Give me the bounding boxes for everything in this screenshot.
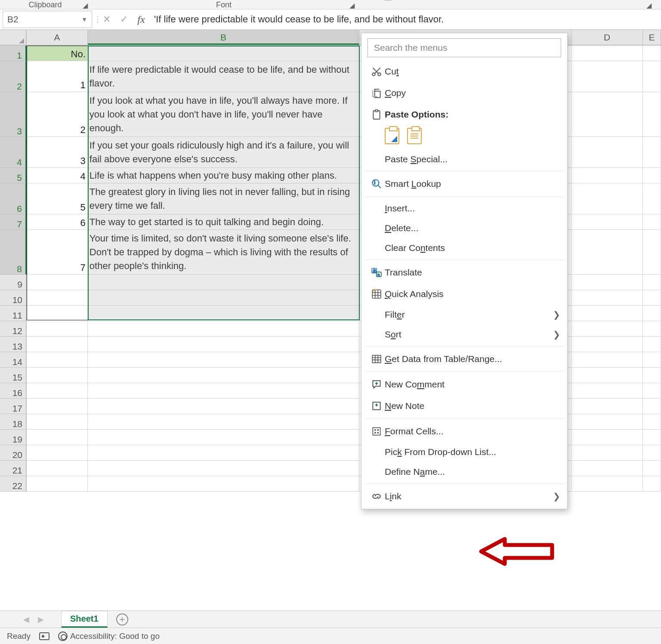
cell[interactable] bbox=[571, 275, 643, 290]
row-header-17[interactable]: 17 bbox=[0, 399, 26, 414]
cell[interactable] bbox=[643, 430, 661, 445]
cell[interactable] bbox=[88, 368, 359, 383]
col-header-e[interactable]: E bbox=[643, 30, 661, 45]
cell[interactable] bbox=[643, 368, 661, 383]
row-header-19[interactable]: 19 bbox=[0, 430, 26, 445]
cm-quick-analysis[interactable]: Quick Analysis bbox=[361, 283, 567, 305]
status-accessibility[interactable]: Accessibility: Good to go bbox=[58, 632, 160, 641]
cell[interactable] bbox=[27, 321, 88, 337]
underline-button[interactable]: U bbox=[384, 0, 392, 1]
cell[interactable] bbox=[27, 476, 88, 492]
row-header-12[interactable]: 12 bbox=[0, 321, 26, 337]
bold-button[interactable]: B bbox=[364, 0, 371, 1]
cell[interactable]: Your time is limited, so don't waste it … bbox=[88, 230, 359, 275]
cell[interactable] bbox=[571, 92, 643, 137]
cell[interactable] bbox=[88, 476, 359, 492]
row-header-9[interactable]: 9 bbox=[0, 275, 26, 290]
row-header-6[interactable]: 6 bbox=[0, 183, 27, 214]
row-header-15[interactable]: 15 bbox=[0, 368, 26, 383]
cell[interactable] bbox=[27, 399, 88, 414]
cm-format-cells[interactable]: Format Cells... bbox=[361, 421, 567, 442]
cm-smart-lookup[interactable]: i Smart Lookup bbox=[361, 173, 567, 195]
cell[interactable] bbox=[88, 383, 359, 399]
cell[interactable] bbox=[571, 321, 643, 337]
confirm-formula-button[interactable]: ✓ bbox=[115, 14, 133, 25]
cell[interactable] bbox=[643, 445, 661, 461]
cell[interactable] bbox=[643, 306, 661, 321]
cell[interactable] bbox=[27, 461, 88, 476]
cell[interactable] bbox=[27, 352, 88, 368]
cell[interactable]: 1 bbox=[27, 61, 88, 92]
cell[interactable] bbox=[643, 414, 661, 430]
row-header-8[interactable]: 8 bbox=[0, 230, 27, 275]
row-header-2[interactable]: 2 bbox=[0, 61, 27, 92]
alignment-dialog-launcher-icon[interactable]: ◢ bbox=[646, 1, 652, 9]
row-header-14[interactable]: 14 bbox=[0, 352, 26, 368]
cell[interactable]: If you set your goals ridiculously high … bbox=[88, 137, 359, 168]
select-all-button[interactable] bbox=[0, 30, 27, 46]
italic-button[interactable]: I bbox=[376, 0, 379, 1]
cell[interactable] bbox=[643, 137, 661, 168]
cell[interactable] bbox=[643, 61, 661, 92]
cell[interactable] bbox=[643, 290, 661, 306]
cell[interactable] bbox=[571, 306, 643, 321]
cell[interactable] bbox=[571, 430, 643, 445]
cell[interactable] bbox=[571, 476, 643, 492]
cell[interactable] bbox=[27, 445, 88, 461]
cell[interactable] bbox=[571, 183, 643, 214]
cell[interactable]: 2 bbox=[27, 92, 88, 137]
paste-option-keep-source[interactable] bbox=[385, 128, 399, 144]
tab-nav-next-icon[interactable]: ▶ bbox=[34, 615, 48, 624]
font-dialog-launcher-icon[interactable]: ◢ bbox=[349, 1, 355, 9]
cell[interactable] bbox=[571, 337, 643, 352]
cell[interactable] bbox=[88, 445, 359, 461]
row-header-1[interactable]: 1 bbox=[0, 46, 27, 61]
cell[interactable] bbox=[643, 275, 661, 290]
cell[interactable] bbox=[643, 230, 661, 275]
cell[interactable] bbox=[27, 306, 88, 321]
cell[interactable] bbox=[643, 214, 661, 230]
cell[interactable]: 7 bbox=[27, 230, 88, 275]
fx-button[interactable]: fx bbox=[133, 14, 150, 25]
col-header-a[interactable]: A bbox=[27, 30, 88, 45]
row-header-20[interactable]: 20 bbox=[0, 445, 26, 461]
cell[interactable] bbox=[643, 321, 661, 337]
cell[interactable]: 4 bbox=[27, 168, 88, 183]
cell[interactable] bbox=[571, 461, 643, 476]
cell[interactable] bbox=[88, 337, 359, 352]
cm-insert[interactable]: Insert... bbox=[361, 198, 567, 218]
macro-record-icon[interactable] bbox=[39, 632, 49, 640]
cell[interactable] bbox=[571, 399, 643, 414]
cell[interactable] bbox=[88, 275, 359, 290]
cm-get-data[interactable]: Get Data from Table/Range... bbox=[361, 348, 567, 370]
cm-translate[interactable]: あa Translate bbox=[361, 262, 567, 283]
cell[interactable] bbox=[643, 399, 661, 414]
cell[interactable] bbox=[571, 230, 643, 275]
cm-link[interactable]: Link ❯ bbox=[361, 486, 567, 507]
tab-nav-prev-icon[interactable]: ◀ bbox=[19, 615, 34, 624]
cell[interactable] bbox=[571, 61, 643, 92]
cell[interactable] bbox=[27, 430, 88, 445]
cell[interactable] bbox=[643, 461, 661, 476]
cell[interactable] bbox=[571, 168, 643, 183]
cell[interactable]: 5 bbox=[27, 183, 88, 214]
cell[interactable]: The greatest glory in living lies not in… bbox=[88, 183, 359, 214]
cell[interactable] bbox=[643, 337, 661, 352]
cell[interactable]: The way to get started is to quit talkin… bbox=[88, 214, 359, 230]
cell[interactable] bbox=[88, 399, 359, 414]
cell[interactable]: If life were predictable it would cease … bbox=[88, 61, 359, 92]
cell[interactable] bbox=[571, 290, 643, 306]
row-header-5[interactable]: 5 bbox=[0, 168, 27, 183]
cell[interactable] bbox=[571, 445, 643, 461]
cell[interactable] bbox=[643, 46, 661, 61]
cell[interactable] bbox=[27, 275, 88, 290]
name-box[interactable]: B2 ▼ bbox=[3, 11, 92, 28]
cell[interactable]: 3 bbox=[27, 137, 88, 168]
clipboard-dialog-launcher-icon[interactable]: ◢ bbox=[83, 1, 88, 9]
name-box-dropdown-icon[interactable]: ▼ bbox=[81, 16, 87, 23]
row-header-10[interactable]: 10 bbox=[0, 290, 26, 306]
cm-delete[interactable]: Delete... bbox=[361, 218, 567, 238]
cm-pick-list[interactable]: Pick From Drop-down List... bbox=[361, 442, 567, 462]
cell[interactable] bbox=[88, 430, 359, 445]
cell[interactable] bbox=[571, 352, 643, 368]
